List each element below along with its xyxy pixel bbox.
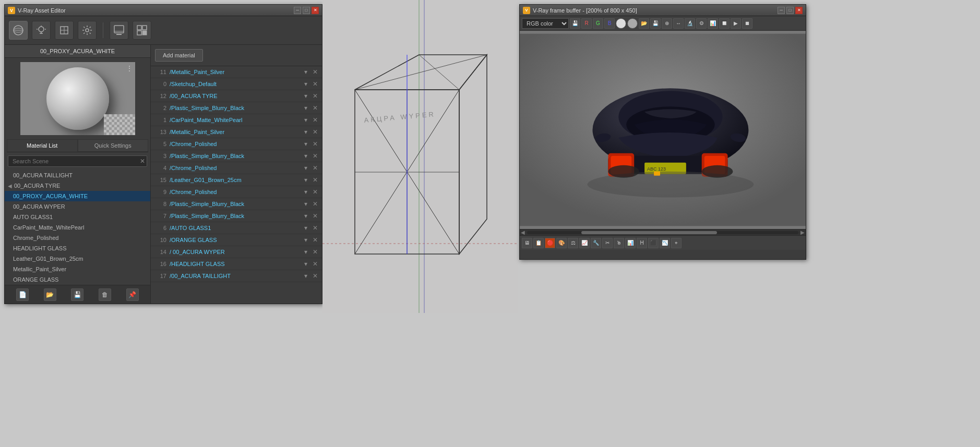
fb-tool8[interactable]: ⏹ [742,18,752,29]
color-mode-select[interactable]: RGB color Alpha Z-depth [522,18,569,29]
list-item-active[interactable]: 00_PROXY_ACURA_WHITE [5,191,150,201]
save-material-button[interactable]: 💾 [71,288,83,301]
fb-bottom-8[interactable]: ✂ [602,238,613,248]
fb-tool2[interactable]: ↔ [673,18,684,29]
mat-expand-icon[interactable]: ▾ [303,104,308,112]
mat-expand-icon[interactable]: ▾ [303,176,308,184]
mat-remove-icon[interactable]: ✕ [312,272,319,280]
fb-tool6[interactable]: 🔲 [719,18,730,29]
mat-remove-icon[interactable]: ✕ [312,116,319,124]
mat-remove-icon[interactable]: ✕ [312,212,319,220]
mat-name[interactable]: /Chrome_Polished [170,189,300,195]
search-clear-button[interactable]: ✕ [140,158,145,165]
mat-name[interactable]: /Metallic_Paint_Silver [170,129,300,135]
mat-expand-icon[interactable]: ▾ [303,200,308,208]
fb-minimize-button[interactable]: ─ [778,7,785,14]
fb-icon-3[interactable]: G [593,18,603,29]
mat-expand-icon[interactable]: ▾ [303,152,308,160]
scrollbar-thumb[interactable] [581,231,717,234]
fb-gray-circle[interactable] [627,18,638,29]
fb-bottom-4[interactable]: 🎨 [556,238,567,248]
mat-remove-icon[interactable]: ✕ [312,224,319,232]
object-toolbar-btn[interactable] [55,21,74,40]
list-item[interactable]: Leather_G01_Brown_25cm [5,253,150,264]
sphere-toolbar-btn[interactable] [9,21,28,40]
viewport-3d[interactable]: АКЦРА WYPER [322,0,518,313]
mat-expand-icon[interactable]: ▾ [303,224,308,232]
mat-name[interactable]: /Chrome_Polished [170,141,300,147]
fb-bottom-12[interactable]: ⬛ [648,238,659,248]
mat-expand-icon[interactable]: ▾ [303,164,308,172]
fb-tool1[interactable]: ⊕ [662,18,672,29]
view-toolbar-btn[interactable] [133,21,151,40]
mat-remove-icon[interactable]: ✕ [312,140,319,148]
open-material-button[interactable]: 📂 [44,288,56,301]
fb-bottom-3[interactable]: 🔴 [545,238,555,248]
mat-name[interactable]: /Plastic_Simple_Blurry_Black [170,213,300,219]
tab-quick-settings[interactable]: Quick Settings [78,139,149,152]
mat-expand-icon[interactable]: ▾ [303,92,308,100]
settings-toolbar-btn[interactable] [78,21,97,40]
mat-name[interactable]: /Plastic_Simple_Blurry_Black [170,153,300,159]
mat-expand-icon[interactable]: ▾ [303,260,308,268]
mat-expand-icon[interactable]: ▾ [303,272,308,280]
mat-name[interactable]: / 00_ACURA WYPER [170,249,300,255]
list-item[interactable]: ◀00_ACURA TYRE [5,180,150,191]
fb-folder-icon[interactable]: 📂 [639,18,649,29]
mat-expand-icon[interactable]: ▾ [303,80,308,88]
asset-editor-titlebar[interactable]: V V-Ray Asset Editor ─ □ ✕ [5,5,322,16]
minimize-button[interactable]: ─ [294,7,301,14]
list-item[interactable]: 00_ACURA WYPER [5,201,150,212]
mat-name[interactable]: /00_ACURA TAILLIGHT [170,273,300,279]
fb-tool7[interactable]: ▶ [731,18,741,29]
fb-tool4[interactable]: ⚙ [696,18,707,29]
tab-material-list[interactable]: Material List [7,139,78,152]
mat-expand-icon[interactable]: ▾ [303,140,308,148]
fb-bottom-10[interactable]: 📊 [625,238,636,248]
list-item[interactable]: HEADLIGHT GLASS [5,243,150,253]
fb-icon-1[interactable]: 💾 [570,18,580,29]
mat-remove-icon[interactable]: ✕ [312,176,319,184]
fb-scrollbar-horizontal[interactable]: ◀ ▶ [520,229,806,235]
search-input[interactable] [8,155,147,167]
mat-remove-icon[interactable]: ✕ [312,164,319,172]
mat-name[interactable]: /Plastic_Simple_Blurry_Black [170,201,300,207]
mat-expand-icon[interactable]: ▾ [303,236,308,244]
fb-tool5[interactable]: 📊 [708,18,718,29]
mat-expand-icon[interactable]: ▾ [303,248,308,256]
mat-name[interactable]: /CarPaint_Matte_WhitePearl [170,117,300,123]
new-material-button[interactable]: 📄 [16,288,29,301]
fb-bottom-1[interactable]: 🖥 [522,238,532,248]
mat-name[interactable]: /Sketchup_Default [170,81,300,87]
fb-icon-4[interactable]: B [604,18,615,29]
close-button[interactable]: ✕ [312,7,319,14]
mat-remove-icon[interactable]: ✕ [312,128,319,136]
list-item[interactable]: Chrome_Polished [5,233,150,243]
mat-remove-icon[interactable]: ✕ [312,260,319,268]
mat-expand-icon[interactable]: ▾ [303,116,308,124]
fb-save-icon[interactable]: 💾 [650,18,661,29]
mat-remove-icon[interactable]: ✕ [312,104,319,112]
mat-name[interactable]: /Metallic_Paint_Silver [170,69,300,75]
fb-bottom-5[interactable]: ⚖ [568,238,578,248]
fb-bottom-13[interactable]: 📉 [660,238,670,248]
mat-name[interactable]: /AUTO GLASS1 [170,225,300,231]
add-material-button[interactable]: Add material [155,49,203,62]
scroll-left-icon[interactable]: ◀ [521,229,525,235]
fb-bottom-9[interactable]: 🖱 [614,238,624,248]
mat-remove-icon[interactable]: ✕ [312,188,319,196]
mat-name[interactable]: /HEADLIGHT GLASS [170,261,300,267]
mat-name[interactable]: /ORANGE GLASS [170,237,300,243]
fb-icon-2[interactable]: R [581,18,592,29]
scroll-right-icon[interactable]: ▶ [800,229,805,235]
mat-expand-icon[interactable]: ▾ [303,68,308,76]
render-toolbar-btn[interactable] [110,21,128,40]
list-item[interactable]: ORANGE GLASS [5,274,150,285]
fb-bottom-11[interactable]: H [637,238,647,248]
list-item[interactable]: AUTO GLASS1 [5,212,150,222]
assign-material-button[interactable]: 📌 [126,288,139,301]
mat-remove-icon[interactable]: ✕ [312,80,319,88]
mat-expand-icon[interactable]: ▾ [303,212,308,220]
fb-close-button[interactable]: ✕ [795,7,803,14]
frame-buffer-titlebar[interactable]: V V-Ray frame buffer - [200% of 800 x 45… [520,5,806,16]
